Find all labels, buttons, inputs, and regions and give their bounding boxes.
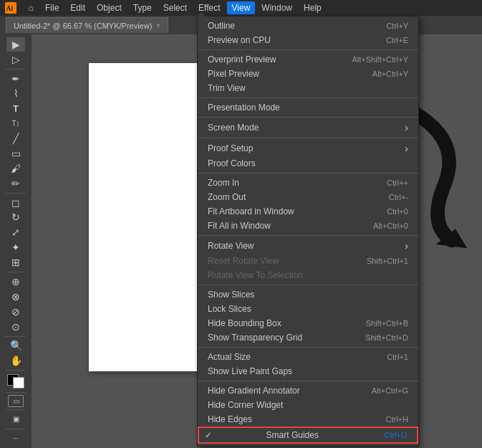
- menu-item-actual-size[interactable]: Actual Size Ctrl+1: [198, 350, 418, 364]
- puppet-warp-tool[interactable]: ✦: [6, 240, 25, 254]
- menu-item-hide-edges[interactable]: Hide Edges Ctrl+H: [198, 412, 418, 426]
- menu-item-outline[interactable]: Outline Ctrl+Y: [198, 19, 418, 33]
- menu-item-zoom-out[interactable]: Zoom Out Ctrl+-: [198, 190, 418, 204]
- menu-sep-2: [198, 97, 418, 98]
- menu-type[interactable]: Type: [128, 1, 157, 14]
- menu-item-pixel-shortcut: Alt+Ctrl+Y: [372, 70, 408, 78]
- menu-item-actual-size-shortcut: Ctrl+1: [387, 353, 408, 361]
- type-tool[interactable]: T: [6, 101, 25, 115]
- menu-item-pixel-label: Pixel Preview: [208, 69, 259, 79]
- menu-item-rotate-view[interactable]: Rotate View: [198, 238, 418, 254]
- menu-item-hide-gradient-shortcut: Alt+Ctrl+G: [372, 386, 408, 395]
- menu-sep-8: [198, 347, 418, 348]
- shape-builder-tool[interactable]: ⊕: [6, 275, 25, 289]
- direct-selection-tool[interactable]: ▷: [6, 52, 25, 67]
- menu-item-screen-mode[interactable]: Screen Mode: [198, 120, 418, 135]
- eyedropper-tool[interactable]: ⊘: [6, 305, 25, 319]
- menu-item-overprint[interactable]: Overprint Preview Alt+Shift+Ctrl+Y: [198, 52, 418, 67]
- menu-item-outline-shortcut: Ctrl+Y: [386, 22, 408, 30]
- menu-item-rotate-selection: Rotate View To Selection: [198, 268, 418, 282]
- document-tab[interactable]: Untitled-2* @ 66.67 % (CMYK/Preview) ×: [6, 17, 168, 33]
- menu-item-reset-rotate: Reset Rotate View Shift+Ctrl+1: [198, 254, 418, 268]
- svg-text:Ai: Ai: [6, 4, 14, 12]
- menu-item-preview-cpu-shortcut: Ctrl+E: [386, 36, 408, 44]
- menu-item-rotate-selection-label: Rotate View To Selection: [208, 270, 303, 280]
- menu-item-smart-guides-shortcut: Ctrl+U: [385, 431, 407, 439]
- menu-item-zoom-in-shortcut: Ctrl++: [387, 178, 408, 187]
- menu-item-hide-gradient[interactable]: Hide Gradient Annotator Alt+Ctrl+G: [198, 383, 418, 398]
- menu-item-show-live-paint-label: Show Live Paint Gaps: [208, 366, 292, 376]
- menu-item-trim[interactable]: Trim View: [198, 81, 418, 95]
- menu-object[interactable]: Object: [92, 1, 127, 14]
- pencil-tool[interactable]: ✏: [6, 176, 25, 191]
- menu-window[interactable]: Window: [256, 1, 297, 14]
- menu-item-show-transparency-label: Show Transparency Grid: [208, 333, 302, 343]
- menu-item-lock-slices[interactable]: Lock Slices: [198, 302, 418, 316]
- screen-mode-button[interactable]: ▣: [6, 412, 25, 426]
- menu-item-hide-bounding-shortcut: Shift+Ctrl+B: [366, 319, 408, 328]
- home-button[interactable]: ⌂: [23, 0, 39, 16]
- menu-item-proof-setup-label: Proof Setup: [208, 143, 253, 153]
- blend-tool[interactable]: ⊗: [6, 290, 25, 304]
- menu-item-hide-edges-label: Hide Edges: [208, 414, 252, 424]
- menu-item-outline-label: Outline: [208, 21, 235, 31]
- curvature-tool[interactable]: ⌇: [6, 86, 25, 100]
- rectangle-tool[interactable]: ▭: [6, 146, 25, 161]
- free-transform-tool[interactable]: ⊞: [6, 255, 25, 270]
- menu-item-proof-setup[interactable]: Proof Setup: [198, 140, 418, 156]
- menu-item-show-transparency[interactable]: Show Transparency Grid Shift+Ctrl+D: [198, 330, 418, 345]
- pen-tool[interactable]: ✒: [6, 72, 25, 86]
- toolbar-separator-6: [6, 392, 26, 393]
- toolbar-separator-8: [6, 429, 26, 429]
- eraser-tool[interactable]: ◻: [6, 196, 25, 210]
- menu-item-hide-corner[interactable]: Hide Corner Widget: [198, 398, 418, 412]
- menu-sep-3: [198, 117, 418, 118]
- menu-item-hide-bounding[interactable]: Hide Bounding Box Shift+Ctrl+B: [198, 316, 418, 330]
- menu-item-show-slices-label: Show Slices: [208, 290, 254, 300]
- menu-select[interactable]: Select: [158, 1, 192, 14]
- selection-tool[interactable]: ▶: [6, 37, 25, 52]
- hand-tool[interactable]: ✋: [6, 353, 25, 368]
- menu-item-preview-cpu[interactable]: Preview on CPU Ctrl+E: [198, 33, 418, 47]
- menu-item-lock-slices-label: Lock Slices: [208, 304, 251, 314]
- menu-item-trim-label: Trim View: [208, 83, 246, 93]
- touch-type-tool[interactable]: T↕: [6, 116, 25, 130]
- menu-item-zoom-in[interactable]: Zoom In Ctrl++: [198, 176, 418, 190]
- menu-item-hide-edges-shortcut: Ctrl+H: [386, 415, 408, 424]
- menu-file[interactable]: File: [40, 1, 64, 14]
- menu-item-overprint-shortcut: Alt+Shift+Ctrl+Y: [352, 55, 408, 64]
- rotate-tool[interactable]: ↻: [6, 211, 25, 225]
- toolbar-separator-7: [6, 409, 26, 410]
- menu-item-show-slices[interactable]: Show Slices: [198, 287, 418, 302]
- menu-item-pixel[interactable]: Pixel Preview Alt+Ctrl+Y: [198, 67, 418, 81]
- scale-tool[interactable]: ⤢: [6, 225, 25, 239]
- menu-item-show-transparency-shortcut: Shift+Ctrl+D: [365, 333, 408, 342]
- paintbrush-tool[interactable]: 🖌: [6, 161, 25, 176]
- menu-item-fit-all[interactable]: Fit All in Window Alt+Ctrl+0: [198, 219, 418, 233]
- more-tools[interactable]: ···: [6, 431, 25, 445]
- zoom-tool[interactable]: 🔍: [6, 338, 25, 353]
- menu-view[interactable]: View: [227, 1, 256, 14]
- measure-tool[interactable]: ⊙: [6, 320, 25, 334]
- background-color[interactable]: [13, 377, 24, 389]
- menu-item-rotate-view-label: Rotate View: [208, 241, 254, 251]
- menu-item-smart-guides[interactable]: Smart Guides Ctrl+U: [198, 426, 418, 444]
- menubar: Ai ⌂ File Edit Object Type Select Effect…: [0, 0, 482, 16]
- draw-mode[interactable]: ▭: [8, 395, 24, 407]
- view-dropdown-menu: Outline Ctrl+Y Preview on CPU Ctrl+E Ove…: [197, 16, 419, 447]
- menu-item-presentation[interactable]: Presentation Mode: [198, 100, 418, 115]
- tab-close-button[interactable]: ×: [156, 22, 160, 29]
- menu-edit[interactable]: Edit: [65, 1, 90, 14]
- menu-item-hide-corner-label: Hide Corner Widget: [208, 400, 283, 410]
- toolbar-separator-5: [6, 370, 26, 371]
- menu-item-presentation-label: Presentation Mode: [208, 103, 280, 113]
- menu-item-show-live-paint[interactable]: Show Live Paint Gaps: [198, 364, 418, 378]
- menu-item-preview-cpu-label: Preview on CPU: [208, 35, 271, 45]
- menu-item-proof-colors[interactable]: Proof Colors: [198, 156, 418, 171]
- line-segment-tool[interactable]: ╱: [6, 131, 25, 146]
- color-boxes[interactable]: [6, 374, 26, 389]
- tab-label: Untitled-2* @ 66.67 % (CMYK/Preview): [14, 22, 152, 30]
- menu-help[interactable]: Help: [299, 1, 327, 14]
- menu-item-fit-artboard[interactable]: Fit Artboard in Window Ctrl+0: [198, 204, 418, 219]
- menu-sep-9: [198, 381, 418, 381]
